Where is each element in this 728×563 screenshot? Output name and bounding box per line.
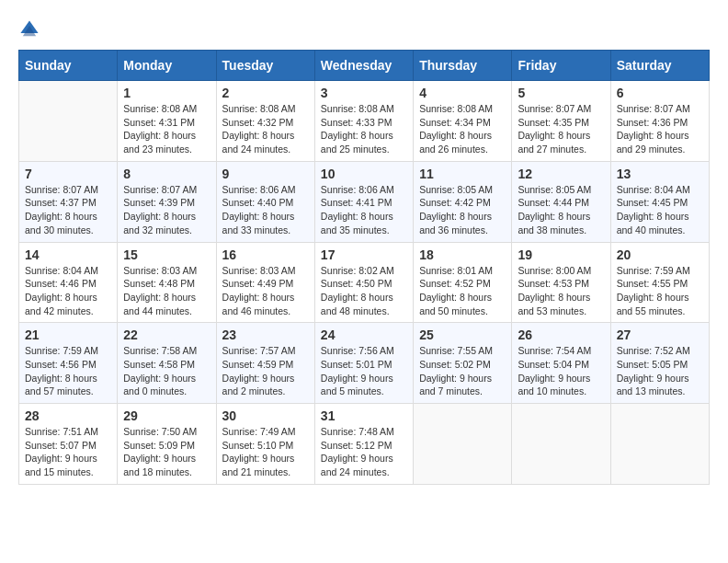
calendar-week-row: 7Sunrise: 8:07 AMSunset: 4:37 PMDaylight… — [19, 161, 710, 242]
day-info: Sunrise: 7:51 AMSunset: 5:07 PMDaylight:… — [25, 425, 111, 479]
day-number: 1 — [123, 86, 210, 100]
calendar-cell: 21Sunrise: 7:59 AMSunset: 4:56 PMDayligh… — [19, 323, 118, 404]
calendar-week-row: 14Sunrise: 8:04 AMSunset: 4:46 PMDayligh… — [19, 242, 710, 323]
calendar-header-thursday: Thursday — [414, 51, 512, 81]
day-number: 15 — [123, 247, 210, 262]
day-info: Sunrise: 8:07 AMSunset: 4:36 PMDaylight:… — [617, 102, 703, 156]
calendar-cell: 11Sunrise: 8:05 AMSunset: 4:42 PMDayligh… — [414, 161, 512, 242]
day-info: Sunrise: 8:07 AMSunset: 4:35 PMDaylight:… — [518, 102, 604, 156]
calendar-header-tuesday: Tuesday — [216, 51, 314, 81]
day-info: Sunrise: 8:05 AMSunset: 4:44 PMDaylight:… — [518, 183, 604, 237]
day-number: 19 — [518, 247, 604, 262]
day-number: 21 — [25, 327, 111, 342]
calendar-header-wednesday: Wednesday — [314, 51, 413, 81]
day-info: Sunrise: 8:07 AMSunset: 4:37 PMDaylight:… — [25, 183, 111, 237]
day-info: Sunrise: 8:05 AMSunset: 4:42 PMDaylight:… — [419, 183, 506, 237]
calendar-cell: 22Sunrise: 7:58 AMSunset: 4:58 PMDayligh… — [118, 323, 216, 404]
calendar-cell: 1Sunrise: 8:08 AMSunset: 4:31 PMDaylight… — [118, 81, 216, 162]
calendar-cell: 17Sunrise: 8:02 AMSunset: 4:50 PMDayligh… — [314, 242, 413, 323]
day-info: Sunrise: 7:59 AMSunset: 4:55 PMDaylight:… — [617, 264, 703, 318]
calendar-cell — [512, 404, 610, 485]
calendar-week-row: 28Sunrise: 7:51 AMSunset: 5:07 PMDayligh… — [19, 404, 710, 485]
day-info: Sunrise: 7:48 AMSunset: 5:12 PMDaylight:… — [321, 425, 407, 479]
calendar-cell: 27Sunrise: 7:52 AMSunset: 5:05 PMDayligh… — [610, 323, 709, 404]
calendar-cell: 2Sunrise: 8:08 AMSunset: 4:32 PMDaylight… — [216, 81, 314, 162]
day-number: 13 — [617, 167, 703, 181]
day-info: Sunrise: 7:55 AMSunset: 5:02 PMDaylight:… — [419, 344, 506, 398]
day-number: 20 — [617, 247, 703, 262]
calendar-cell: 19Sunrise: 8:00 AMSunset: 4:53 PMDayligh… — [512, 242, 610, 323]
day-info: Sunrise: 8:04 AMSunset: 4:45 PMDaylight:… — [617, 183, 703, 237]
calendar-cell: 31Sunrise: 7:48 AMSunset: 5:12 PMDayligh… — [314, 404, 413, 485]
calendar-cell: 16Sunrise: 8:03 AMSunset: 4:49 PMDayligh… — [216, 242, 314, 323]
day-number: 25 — [419, 327, 506, 342]
day-info: Sunrise: 8:04 AMSunset: 4:46 PMDaylight:… — [25, 264, 111, 318]
day-info: Sunrise: 7:58 AMSunset: 4:58 PMDaylight:… — [123, 344, 210, 398]
calendar-cell: 24Sunrise: 7:56 AMSunset: 5:01 PMDayligh… — [314, 323, 413, 404]
calendar-cell: 8Sunrise: 8:07 AMSunset: 4:39 PMDaylight… — [118, 161, 216, 242]
calendar-cell: 30Sunrise: 7:49 AMSunset: 5:10 PMDayligh… — [216, 404, 314, 485]
day-info: Sunrise: 7:56 AMSunset: 5:01 PMDaylight:… — [321, 344, 407, 398]
calendar-cell: 7Sunrise: 8:07 AMSunset: 4:37 PMDaylight… — [19, 161, 118, 242]
day-info: Sunrise: 7:54 AMSunset: 5:04 PMDaylight:… — [518, 344, 604, 398]
calendar-cell: 23Sunrise: 7:57 AMSunset: 4:59 PMDayligh… — [216, 323, 314, 404]
logo-icon — [18, 18, 40, 40]
day-number: 5 — [518, 86, 604, 100]
logo — [18, 18, 44, 40]
day-info: Sunrise: 7:50 AMSunset: 5:09 PMDaylight:… — [123, 425, 210, 479]
day-number: 10 — [321, 167, 407, 181]
day-info: Sunrise: 8:08 AMSunset: 4:32 PMDaylight:… — [222, 102, 309, 156]
day-number: 9 — [222, 167, 309, 181]
calendar-cell: 25Sunrise: 7:55 AMSunset: 5:02 PMDayligh… — [414, 323, 512, 404]
day-number: 7 — [25, 167, 111, 181]
calendar-cell: 28Sunrise: 7:51 AMSunset: 5:07 PMDayligh… — [19, 404, 118, 485]
day-number: 14 — [25, 247, 111, 262]
calendar-cell: 29Sunrise: 7:50 AMSunset: 5:09 PMDayligh… — [118, 404, 216, 485]
calendar-cell: 3Sunrise: 8:08 AMSunset: 4:33 PMDaylight… — [314, 81, 413, 162]
day-number: 6 — [617, 86, 703, 100]
calendar-header-saturday: Saturday — [610, 51, 709, 81]
day-number: 23 — [222, 327, 309, 342]
day-info: Sunrise: 8:00 AMSunset: 4:53 PMDaylight:… — [518, 264, 604, 318]
day-number: 22 — [123, 327, 210, 342]
day-info: Sunrise: 7:59 AMSunset: 4:56 PMDaylight:… — [25, 344, 111, 398]
day-info: Sunrise: 8:08 AMSunset: 4:33 PMDaylight:… — [321, 102, 407, 156]
day-info: Sunrise: 8:08 AMSunset: 4:34 PMDaylight:… — [419, 102, 506, 156]
day-number: 8 — [123, 167, 210, 181]
day-number: 31 — [321, 408, 407, 423]
calendar-header-friday: Friday — [512, 51, 610, 81]
calendar-header-monday: Monday — [118, 51, 216, 81]
calendar-cell — [414, 404, 512, 485]
day-info: Sunrise: 8:03 AMSunset: 4:49 PMDaylight:… — [222, 264, 309, 318]
day-number: 28 — [25, 408, 111, 423]
calendar-header-row: SundayMondayTuesdayWednesdayThursdayFrid… — [19, 51, 710, 81]
day-info: Sunrise: 8:06 AMSunset: 4:40 PMDaylight:… — [222, 183, 309, 237]
day-number: 3 — [321, 86, 407, 100]
calendar-cell — [19, 81, 118, 162]
calendar-week-row: 21Sunrise: 7:59 AMSunset: 4:56 PMDayligh… — [19, 323, 710, 404]
day-number: 24 — [321, 327, 407, 342]
calendar-cell: 14Sunrise: 8:04 AMSunset: 4:46 PMDayligh… — [19, 242, 118, 323]
day-info: Sunrise: 8:03 AMSunset: 4:48 PMDaylight:… — [123, 264, 210, 318]
day-number: 12 — [518, 167, 604, 181]
calendar-cell: 4Sunrise: 8:08 AMSunset: 4:34 PMDaylight… — [414, 81, 512, 162]
day-number: 2 — [222, 86, 309, 100]
day-info: Sunrise: 8:08 AMSunset: 4:31 PMDaylight:… — [123, 102, 210, 156]
calendar-cell: 10Sunrise: 8:06 AMSunset: 4:41 PMDayligh… — [314, 161, 413, 242]
calendar-cell: 26Sunrise: 7:54 AMSunset: 5:04 PMDayligh… — [512, 323, 610, 404]
day-number: 30 — [222, 408, 309, 423]
calendar-cell — [610, 404, 709, 485]
calendar-table: SundayMondayTuesdayWednesdayThursdayFrid… — [18, 50, 710, 485]
calendar-week-row: 1Sunrise: 8:08 AMSunset: 4:31 PMDaylight… — [19, 81, 710, 162]
day-number: 18 — [419, 247, 506, 262]
calendar-cell: 6Sunrise: 8:07 AMSunset: 4:36 PMDaylight… — [610, 81, 709, 162]
page-header — [18, 18, 710, 40]
day-info: Sunrise: 7:52 AMSunset: 5:05 PMDaylight:… — [617, 344, 703, 398]
day-number: 29 — [123, 408, 210, 423]
calendar-cell: 9Sunrise: 8:06 AMSunset: 4:40 PMDaylight… — [216, 161, 314, 242]
day-info: Sunrise: 8:07 AMSunset: 4:39 PMDaylight:… — [123, 183, 210, 237]
day-info: Sunrise: 8:02 AMSunset: 4:50 PMDaylight:… — [321, 264, 407, 318]
day-number: 17 — [321, 247, 407, 262]
day-info: Sunrise: 7:57 AMSunset: 4:59 PMDaylight:… — [222, 344, 309, 398]
day-number: 11 — [419, 167, 506, 181]
